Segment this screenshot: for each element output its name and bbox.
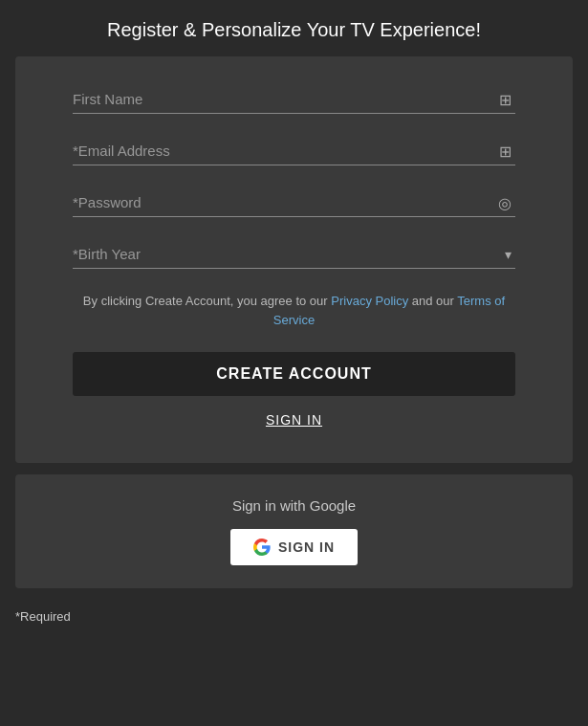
email-icon: ⊞ xyxy=(499,142,512,160)
birth-year-field-group: *Birth Year 2005 2004 2003 2002 2001 200… xyxy=(73,240,515,269)
required-note: *Required xyxy=(0,600,588,633)
sign-in-link[interactable]: SIGN IN xyxy=(266,412,322,428)
page-header: Register & Personalize Your TV Experienc… xyxy=(0,0,588,56)
sign-in-link-container: SIGN IN xyxy=(73,411,515,429)
email-input[interactable] xyxy=(73,137,515,165)
first-name-input[interactable] xyxy=(73,85,515,113)
terms-text: By clicking Create Account, you agree to… xyxy=(73,292,515,329)
page-title: Register & Personalize Your TV Experienc… xyxy=(15,19,573,41)
google-sign-in-card: Sign in with Google SIGN IN xyxy=(15,474,573,588)
password-visibility-icon[interactable]: ◎ xyxy=(498,193,512,211)
registration-form-card: ⊞ ⊞ ◎ *Birth Year 2005 2004 2003 2002 20… xyxy=(15,56,573,463)
first-name-icon: ⊞ xyxy=(499,90,512,108)
birth-year-select[interactable]: *Birth Year 2005 2004 2003 2002 2001 200… xyxy=(73,240,515,268)
google-sign-in-button[interactable]: SIGN IN xyxy=(230,529,358,565)
google-sign-in-text: Sign in with Google xyxy=(38,497,550,514)
password-input[interactable] xyxy=(73,188,515,216)
google-sign-in-label: SIGN IN xyxy=(278,539,335,555)
privacy-policy-link[interactable]: Privacy Policy xyxy=(331,294,408,308)
google-icon xyxy=(253,539,271,556)
first-name-field-group: ⊞ xyxy=(73,85,515,114)
email-field-group: ⊞ xyxy=(73,137,515,165)
create-account-button[interactable]: CREATE ACCOUNT xyxy=(73,352,515,396)
password-field-group: ◎ xyxy=(73,188,515,217)
